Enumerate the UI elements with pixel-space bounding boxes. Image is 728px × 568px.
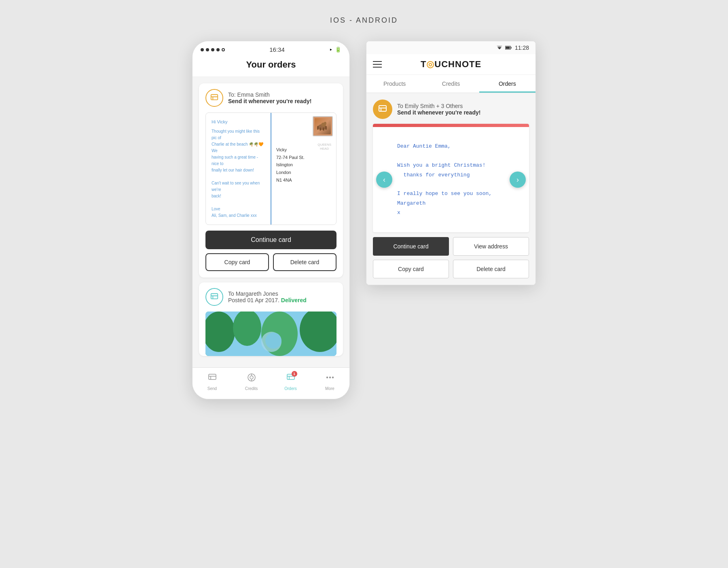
ios-screen-header: Your orders xyxy=(193,56,349,77)
stamp-image xyxy=(315,118,331,134)
hamburger-menu-button[interactable] xyxy=(373,61,382,68)
tab-credits-label: Credits xyxy=(245,386,258,391)
order-recipient-1: To: Emma Smith xyxy=(228,91,336,98)
tab-send-label: Send xyxy=(207,386,217,391)
android-order-status: Send it whenever you're ready! xyxy=(397,109,480,116)
ios-status-bar: 16:34 ‣ 🔋 xyxy=(193,41,349,56)
android-card-red-bar xyxy=(373,124,529,127)
page-title: IOS - ANDROID xyxy=(330,16,398,25)
tab-send[interactable]: Send xyxy=(193,371,232,392)
postcard-message-side: Hi Vicky Thought you might like this pic… xyxy=(206,113,271,225)
android-app-logo: T◎UCHNOTE xyxy=(382,59,520,70)
android-tab-credits[interactable]: Credits xyxy=(423,75,479,93)
tab-orders-label: Orders xyxy=(284,386,297,391)
order-status-1: Send it whenever you're ready! xyxy=(228,98,336,104)
android-postcard-card: ‹ Dear Auntie Emma, Wish you a bright Ch… xyxy=(373,124,529,232)
ios-order-2-photo xyxy=(205,312,336,356)
bluetooth-icon: ‣ xyxy=(329,47,332,53)
send-tab-icon xyxy=(207,373,217,385)
tab-orders[interactable]: 1 Orders xyxy=(271,371,310,392)
svg-marker-34 xyxy=(497,46,502,48)
android-toolbar: T◎UCHNOTE xyxy=(366,54,535,75)
postcard-stamp xyxy=(313,116,333,136)
android-copy-card-button[interactable]: Copy card xyxy=(373,260,449,278)
android-card-prev-button[interactable]: ‹ xyxy=(376,172,392,188)
signal-dot-3 xyxy=(211,48,214,51)
ios-screen-title: Your orders xyxy=(201,59,341,70)
credits-tab-icon xyxy=(247,373,256,385)
android-card-body: ‹ Dear Auntie Emma, Wish you a bright Ch… xyxy=(373,127,529,232)
android-tab-products[interactable]: Products xyxy=(366,75,423,93)
android-view-address-button[interactable]: View address xyxy=(453,237,529,256)
wifi-icon xyxy=(496,45,503,50)
postcard-address-side: QUEENSHEAD Vicky 72-74 Paul St. Islingto… xyxy=(271,113,336,225)
order-recipient-2: To Margareth Jones xyxy=(228,290,336,297)
ios-order-item-1: To: Emma Smith Send it whenever you're r… xyxy=(199,83,343,278)
svg-point-30 xyxy=(326,377,328,378)
svg-point-31 xyxy=(329,377,330,378)
postcard-body: Thought you might like this pic ofCharli… xyxy=(212,128,265,219)
postcard-greeting: Hi Vicky xyxy=(212,119,265,126)
battery-icon xyxy=(505,45,512,50)
android-order-to: To Emily Smith + 3 Others xyxy=(397,103,480,109)
hamburger-line-1 xyxy=(373,61,382,62)
order-icon-1 xyxy=(205,89,223,107)
ios-order-info-1: To: Emma Smith Send it whenever you're r… xyxy=(228,91,336,104)
postcard-address: Vicky 72-74 Paul St. Islington London N1… xyxy=(276,146,331,184)
hamburger-line-2 xyxy=(373,64,382,65)
ios-orders-list: To: Emma Smith Send it whenever you're r… xyxy=(193,77,349,367)
ios-order-info-2: To Margareth Jones Posted 01 Apr 2017. D… xyxy=(228,290,336,303)
ios-time: 16:34 xyxy=(269,46,285,53)
ios-continue-card-button[interactable]: Continue card xyxy=(205,231,336,249)
signal-dot-2 xyxy=(206,48,209,51)
svg-point-6 xyxy=(317,126,319,130)
ios-order-header-2: To Margareth Jones Posted 01 Apr 2017. D… xyxy=(199,282,343,312)
svg-rect-36 xyxy=(511,47,512,49)
ios-tab-bar: Send Credits xyxy=(193,367,349,399)
android-tab-orders[interactable]: Orders xyxy=(479,75,535,93)
android-order-icon xyxy=(373,100,392,119)
svg-point-7 xyxy=(320,127,321,131)
tab-credits[interactable]: Credits xyxy=(232,371,271,392)
tab-more-label: More xyxy=(325,386,334,391)
android-card-message: Dear Auntie Emma, Wish you a bright Chri… xyxy=(397,142,505,217)
android-orders-content: To Emily Smith + 3 Others Send it whenev… xyxy=(366,93,535,285)
ios-card-actions: Copy card Delete card xyxy=(205,253,336,271)
ios-phone: 16:34 ‣ 🔋 Your orders xyxy=(192,41,350,399)
android-time: 11:28 xyxy=(515,45,529,51)
ios-order-header-1: To: Emma Smith Send it whenever you're r… xyxy=(199,83,343,112)
svg-point-19 xyxy=(265,333,281,349)
logo-highlight: ◎ xyxy=(426,59,434,69)
ios-copy-card-button[interactable]: Copy card xyxy=(205,253,269,271)
svg-point-5 xyxy=(324,122,326,125)
ios-delete-card-button[interactable]: Delete card xyxy=(273,253,336,271)
signal-dot-5 xyxy=(222,48,225,51)
more-tab-icon xyxy=(325,373,335,385)
order-icon-2 xyxy=(205,288,223,306)
tab-more[interactable]: More xyxy=(310,371,349,392)
android-action-buttons: Continue card View address Copy card Del… xyxy=(373,237,529,278)
svg-point-8 xyxy=(323,127,324,131)
ios-status-icons: ‣ 🔋 xyxy=(329,47,341,53)
svg-point-24 xyxy=(250,376,253,379)
android-tabs: Products Credits Orders xyxy=(366,75,535,93)
hamburger-line-3 xyxy=(373,67,382,68)
android-delete-card-button[interactable]: Delete card xyxy=(453,260,529,278)
android-phone: 11:28 T◎UCHNOTE Products Credits Orders xyxy=(366,41,536,285)
svg-rect-20 xyxy=(209,374,216,379)
android-order-header: To Emily Smith + 3 Others Send it whenev… xyxy=(373,100,529,119)
postmark: QUEENSHEAD xyxy=(317,143,331,151)
android-card-next-button[interactable]: › xyxy=(510,172,526,188)
ios-signal-dots xyxy=(201,48,225,51)
android-status-icons xyxy=(496,45,512,50)
orders-tab-icon: 1 xyxy=(286,373,296,385)
phones-container: 16:34 ‣ 🔋 Your orders xyxy=(192,41,536,399)
ios-postcard-preview: Hi Vicky Thought you might like this pic… xyxy=(205,112,336,225)
delivered-badge: Delivered xyxy=(281,297,307,303)
svg-point-32 xyxy=(332,377,333,378)
signal-dot-1 xyxy=(201,48,204,51)
android-status-bar: 11:28 xyxy=(366,41,535,54)
signal-dot-4 xyxy=(216,48,220,51)
android-continue-card-button[interactable]: Continue card xyxy=(373,237,449,256)
battery-icon: 🔋 xyxy=(335,47,341,53)
